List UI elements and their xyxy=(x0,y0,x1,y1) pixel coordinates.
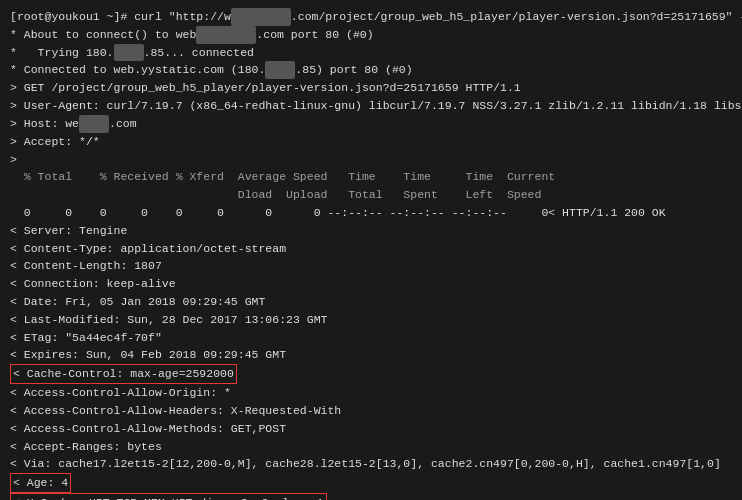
line-12: 0 0 0 0 0 0 0 0 --:--:-- --:--:-- --:--:… xyxy=(10,204,732,222)
terminal-window: [root@youkou1 ~]# curl "http://w .com/pr… xyxy=(0,0,742,500)
age-highlight: < Age: 4 xyxy=(10,473,71,493)
line-9: > xyxy=(10,151,732,169)
line-13: < Server: Tengine xyxy=(10,222,732,240)
line-15: < Content-Length: 1807 xyxy=(10,257,732,275)
line-22: < Access-Control-Allow-Origin: * xyxy=(10,384,732,402)
line-23: < Access-Control-Allow-Headers: X-Reques… xyxy=(10,402,732,420)
line-28: < X-Cache: HIT TCP_MEM_HIT dirn:-2:-2 ml… xyxy=(10,493,732,500)
line-10: % Total % Received % Xferd Average Speed… xyxy=(10,168,732,186)
line-1: [root@youkou1 ~]# curl "http://w .com/pr… xyxy=(10,8,732,26)
line-17: < Date: Fri, 05 Jan 2018 09:29:45 GMT xyxy=(10,293,732,311)
line-7: > Host: we .com xyxy=(10,115,732,133)
line-2: * About to connect() to web .com port 80… xyxy=(10,26,732,44)
line-27: < Age: 4 xyxy=(10,473,732,493)
line-8: > Accept: */* xyxy=(10,133,732,151)
line-26: < Via: cache17.l2et15-2[12,200-0,M], cac… xyxy=(10,455,732,473)
prompt-text: [root@youkou1 ~]# curl "http://w .com/pr… xyxy=(10,10,742,23)
line-14: < Content-Type: application/octet-stream xyxy=(10,240,732,258)
line-3: * Trying 180. .85... connected xyxy=(10,44,732,62)
line-5: > GET /project/group_web_h5_player/playe… xyxy=(10,79,732,97)
line-18: < Last-Modified: Sun, 28 Dec 2017 13:06:… xyxy=(10,311,732,329)
line-6: > User-Agent: curl/7.19.7 (x86_64-redhat… xyxy=(10,97,732,115)
line-20: < Expires: Sun, 04 Feb 2018 09:29:45 GMT xyxy=(10,346,732,364)
cache-control-highlight: < Cache-Control: max-age=2592000 xyxy=(10,364,237,384)
line-25: < Accept-Ranges: bytes xyxy=(10,438,732,456)
line-24: < Access-Control-Allow-Methods: GET,POST xyxy=(10,420,732,438)
line-19: < ETag: "5a44ec4f-70f" xyxy=(10,329,732,347)
line-21: < Cache-Control: max-age=2592000 xyxy=(10,364,732,384)
line-11: Dload Upload Total Spent Left Speed xyxy=(10,186,732,204)
line-16: < Connection: keep-alive xyxy=(10,275,732,293)
line-4: * Connected to web.yystatic.com (180. .8… xyxy=(10,61,732,79)
xcache-highlight: < X-Cache: HIT TCP_MEM_HIT dirn:-2:-2 ml… xyxy=(10,493,327,500)
